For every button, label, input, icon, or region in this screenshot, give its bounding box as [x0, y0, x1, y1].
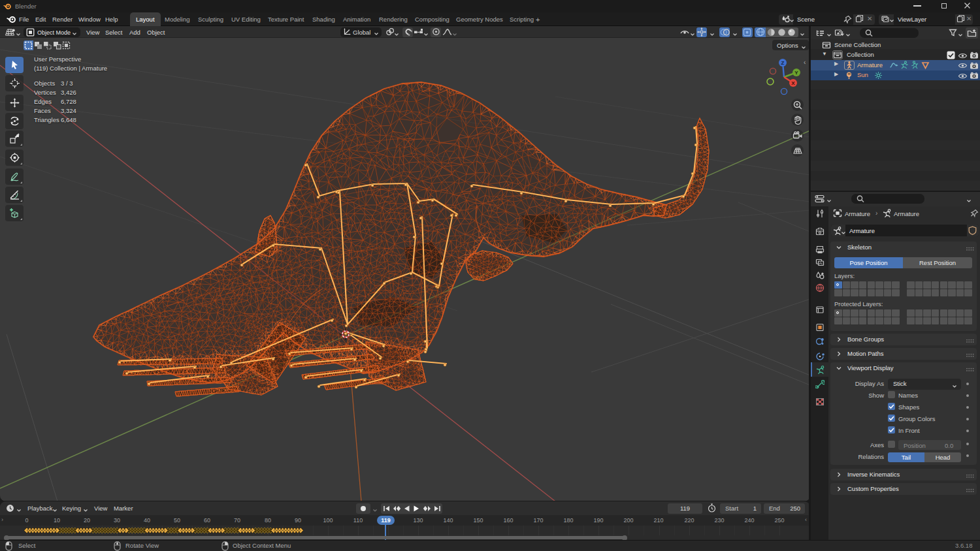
svg-text:X: X	[791, 80, 795, 86]
svg-text:Y: Y	[794, 70, 798, 76]
svg-text:Z: Z	[781, 60, 785, 66]
